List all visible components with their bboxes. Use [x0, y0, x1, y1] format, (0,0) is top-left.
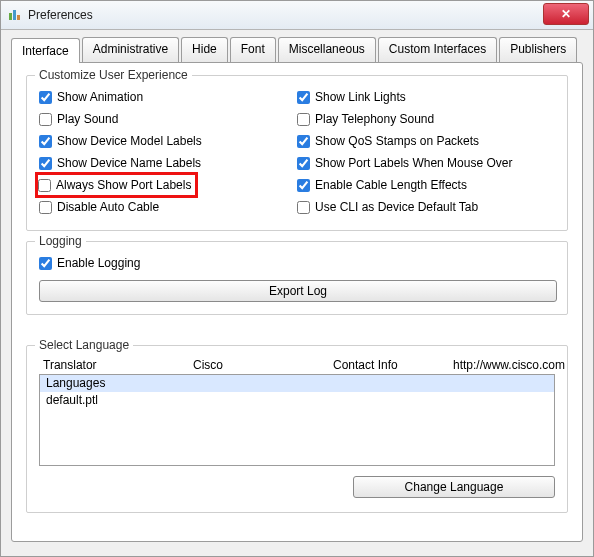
group-customize-ux: Customize User Experience Show Animation…: [26, 75, 568, 231]
lbl-enable-cable-len: Enable Cable Length Effects: [315, 178, 467, 192]
lbl-always-show-port: Always Show Port Labels: [56, 178, 191, 192]
language-header: Translator Cisco Contact Info http://www…: [39, 356, 555, 374]
tab-administrative[interactable]: Administrative: [82, 37, 179, 62]
col-contact: Contact Info: [333, 358, 453, 372]
svg-rect-1: [13, 10, 16, 20]
close-button[interactable]: ✕: [543, 3, 589, 25]
svg-rect-2: [17, 15, 20, 20]
language-row-languages[interactable]: Languages: [40, 375, 554, 392]
export-log-button[interactable]: Export Log: [39, 280, 557, 302]
group-legend-ux: Customize User Experience: [35, 68, 192, 82]
chk-enable-logging[interactable]: [39, 257, 52, 270]
tab-publishers[interactable]: Publishers: [499, 37, 577, 62]
lbl-show-link-lights: Show Link Lights: [315, 90, 406, 104]
tab-miscellaneous[interactable]: Miscellaneous: [278, 37, 376, 62]
titlebar: Preferences ✕: [1, 1, 593, 30]
tab-font[interactable]: Font: [230, 37, 276, 62]
close-icon: ✕: [561, 8, 571, 20]
svg-rect-0: [9, 13, 12, 20]
lbl-show-device-model: Show Device Model Labels: [57, 134, 202, 148]
chk-show-link-lights[interactable]: [297, 91, 310, 104]
col-cisco: Cisco: [193, 358, 333, 372]
language-row-default[interactable]: default.ptl: [40, 392, 554, 409]
client-area: Interface Administrative Hide Font Misce…: [1, 29, 593, 556]
group-legend-language: Select Language: [35, 338, 133, 352]
language-list[interactable]: Languages default.ptl: [39, 374, 555, 466]
lbl-use-cli-default: Use CLI as Device Default Tab: [315, 200, 478, 214]
chk-show-device-name[interactable]: [39, 157, 52, 170]
window-title: Preferences: [28, 8, 93, 22]
chk-show-qos[interactable]: [297, 135, 310, 148]
chk-show-animation[interactable]: [39, 91, 52, 104]
group-select-language: Select Language Translator Cisco Contact…: [26, 345, 568, 513]
lbl-play-telephony: Play Telephony Sound: [315, 112, 434, 126]
lbl-show-animation: Show Animation: [57, 90, 143, 104]
highlight-always-show-port: Always Show Port Labels: [35, 172, 198, 198]
group-logging: Logging Enable Logging Export Log: [26, 241, 568, 315]
tab-hide[interactable]: Hide: [181, 37, 228, 62]
preferences-window: Preferences ✕ Interface Administrative H…: [0, 0, 594, 557]
chk-show-device-model[interactable]: [39, 135, 52, 148]
group-legend-logging: Logging: [35, 234, 86, 248]
tab-custom-interfaces[interactable]: Custom Interfaces: [378, 37, 497, 62]
tab-panel-interface: Customize User Experience Show Animation…: [11, 62, 583, 542]
change-language-button[interactable]: Change Language: [353, 476, 555, 498]
chk-show-port-hover[interactable]: [297, 157, 310, 170]
lbl-disable-auto-cable: Disable Auto Cable: [57, 200, 159, 214]
lbl-play-sound: Play Sound: [57, 112, 118, 126]
app-icon: [7, 7, 23, 23]
chk-play-telephony[interactable]: [297, 113, 310, 126]
chk-enable-cable-len[interactable]: [297, 179, 310, 192]
lbl-show-port-hover: Show Port Labels When Mouse Over: [315, 156, 512, 170]
chk-always-show-port[interactable]: [38, 179, 51, 192]
lbl-enable-logging: Enable Logging: [57, 256, 140, 270]
lbl-show-device-name: Show Device Name Labels: [57, 156, 201, 170]
chk-play-sound[interactable]: [39, 113, 52, 126]
col-url: http://www.cisco.com: [453, 358, 565, 372]
tab-interface[interactable]: Interface: [11, 38, 80, 63]
tab-strip: Interface Administrative Hide Font Misce…: [11, 37, 583, 62]
lbl-show-qos: Show QoS Stamps on Packets: [315, 134, 479, 148]
chk-disable-auto-cable[interactable]: [39, 201, 52, 214]
col-translator: Translator: [43, 358, 193, 372]
chk-use-cli-default[interactable]: [297, 201, 310, 214]
